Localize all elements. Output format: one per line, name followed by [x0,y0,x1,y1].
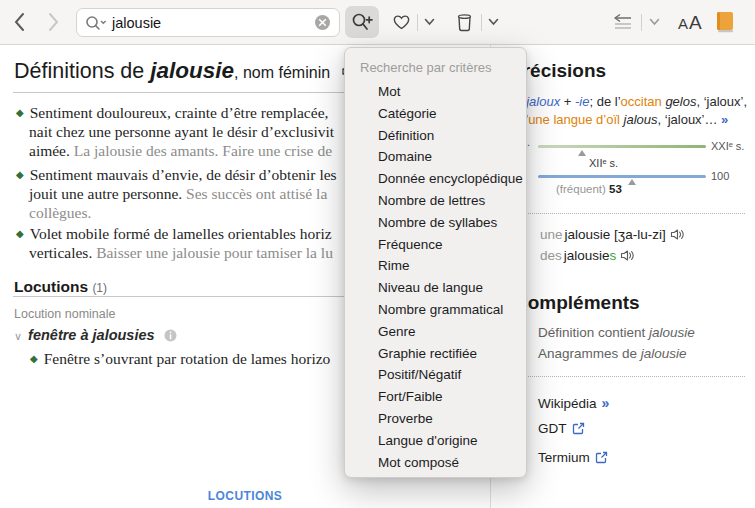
frequency-value: 53 [609,183,622,195]
etymology-link[interactable]: -ie [575,94,589,109]
etymology-line-2: d’une langue d’oïl jalous, ‘jaloux’… » [518,112,728,127]
clear-search-icon[interactable] [314,14,331,31]
locution-entry[interactable]: ∨fenêtre à jalousies [14,327,177,343]
example-text: Baisser une jalousie pour tamiser la lu [92,244,333,261]
locution-type-label: Locution nominale [14,307,115,321]
definition-1-line-3: aimée. La jalousie des amants. Faire une… [29,142,332,160]
diamond-bullet-icon: ◆ [30,353,38,364]
menu-item-donnee-encyclopedique[interactable]: Donnée encyclopédique [345,168,526,190]
example-text: collègues. [29,204,91,221]
favorites-button[interactable] [392,13,411,31]
text-size-label: AA [678,12,703,34]
link-gdt[interactable]: GDT [538,421,585,436]
pronunciation-plural: desjalousies [540,248,635,263]
back-button[interactable] [14,12,25,32]
external-link-icon [595,451,608,464]
plural-ending: s [610,248,617,263]
definition-1-line-2: nait chez une personne ayant le désir d’… [29,123,334,141]
menu-item-categorie[interactable]: Catégorie [345,103,526,125]
menu-item-positif-negatif[interactable]: Positif/Négatif [345,364,526,386]
menu-item-niveau-de-langue[interactable]: Niveau de langue [345,277,526,299]
etymology-link[interactable]: jaloux [526,94,560,109]
search-magnifier-icon[interactable] [85,15,107,31]
link-termium[interactable]: Termium [538,450,608,465]
collapse-chevron-icon[interactable]: ∨ [14,330,22,342]
link-wikipedia[interactable]: Wikipédia » [538,395,609,411]
search-input[interactable]: jalousie [76,8,340,37]
menu-item-rime[interactable]: Rime [345,255,526,277]
trash-icon [456,12,473,32]
tab-locutions[interactable]: LOCUTIONS [0,489,490,503]
complements-header: Compléments [514,292,640,314]
definition-2-line-1: ◆Sentiment mauvais d’envie, de désir d’o… [16,166,337,184]
locution-phrase: fenêtre à jalousies [28,327,155,343]
dictionary-book-button[interactable] [716,11,734,33]
frequency-axis [538,175,706,178]
recent-searches-button[interactable] [612,13,633,30]
example-text: Ses succès ont attisé la [182,185,327,202]
menu-item-nombre-de-syllabes[interactable]: Nombre de syllabes [345,212,526,234]
menu-item-nombre-grammatical[interactable]: Nombre grammatical [345,299,526,321]
menu-item-domaine[interactable]: Domaine [345,146,526,168]
menu-header: Recherche par critères [345,58,526,81]
definition-3-line-2: verticales. Baisser une jalousie pour ta… [29,244,333,262]
info-icon[interactable] [164,329,177,342]
frequency-marker-icon [628,179,636,185]
diamond-bullet-icon: ◆ [16,228,24,239]
search-value[interactable]: jalousie [112,15,314,31]
definition-2-line-3: collègues. [29,204,91,222]
language-link[interactable]: une langue d’oïl [528,112,620,127]
recent-menu-chevron[interactable] [649,18,660,26]
recent-searches-icon [612,13,633,30]
book-icon [716,11,734,33]
search-plus-icon [351,12,373,32]
definition-2-line-2: jouit une autre personne. Ses succès ont… [29,185,327,203]
speaker-icon[interactable] [620,249,635,262]
etymology-line-1: De jaloux + -ie; de l’occitan gelos, ‘ja… [506,94,747,109]
frequency-max-label: 100 [711,170,729,182]
menu-item-mot[interactable]: Mot [345,81,526,103]
diamond-bullet-icon: ◆ [16,169,24,180]
forward-button[interactable] [48,12,59,32]
locutions-count: (1) [92,281,107,295]
menu-item-genre[interactable]: Genre [345,321,526,343]
page-title: Définitions de jalousie, nom féminin [14,58,360,84]
menu-item-mot-compose[interactable]: Mot composé [345,452,526,474]
etymology-more-link[interactable]: » [721,112,728,127]
timeline-marker-icon [578,150,586,156]
menu-item-nombre-de-lettres[interactable]: Nombre de lettres [345,190,526,212]
headword: jalousie [150,58,234,83]
search-criteria-menu: Recherche par critères Mot Catégorie Déf… [344,47,527,478]
text-size-button[interactable]: AA [678,12,703,34]
menu-item-langue-origine[interactable]: Langue d'origine [345,430,526,452]
locution-definition: ◆Fenêtre s’ouvrant par rotation de lames… [30,350,330,368]
definition-3-line-1: ◆Volet mobile formé de lamelles orientab… [16,225,332,243]
delete-button[interactable] [456,12,473,32]
menu-item-fort-faible[interactable]: Fort/Faible [345,386,526,408]
delete-menu-chevron[interactable] [488,18,499,26]
heart-icon [392,13,411,31]
menu-item-frequence[interactable]: Fréquence [345,234,526,256]
menu-item-graphie-rectifiee[interactable]: Graphie rectifiée [345,343,526,365]
diamond-bullet-icon: ◆ [16,107,24,118]
section-separator [508,213,745,214]
pronunciation-singular: unejalousie [ʒa-lu-zi] [540,227,685,242]
complements-item-anagrams[interactable]: Anagrammes de jalousie [538,346,687,361]
timeline-axis [538,145,706,148]
timeline-end-label: XXIᵉ s. [711,140,744,152]
menu-item-definition[interactable]: Définition [345,125,526,147]
example-text: La jalousie des amants. Faire une crise … [70,142,332,159]
menu-item-proverbe[interactable]: Proverbe [345,408,526,430]
language-link[interactable]: occitan [621,94,662,109]
definition-1-line-1: ◆Sentiment douloureux, crainte d’être re… [16,104,328,122]
search-by-criteria-button[interactable] [345,6,379,38]
external-link-icon [572,422,585,435]
speaker-icon[interactable] [670,228,685,241]
frequency-caption: (fréquent) 53 [556,183,622,195]
complements-item-definition-contains[interactable]: Définition contient jalousie [538,325,695,340]
favorites-menu-chevron[interactable] [424,18,435,26]
locutions-section-header: Locutions (1) [14,278,107,296]
section-separator [508,376,745,377]
toolbar: jalousie [0,0,755,45]
double-chevron-icon: » [602,395,610,411]
